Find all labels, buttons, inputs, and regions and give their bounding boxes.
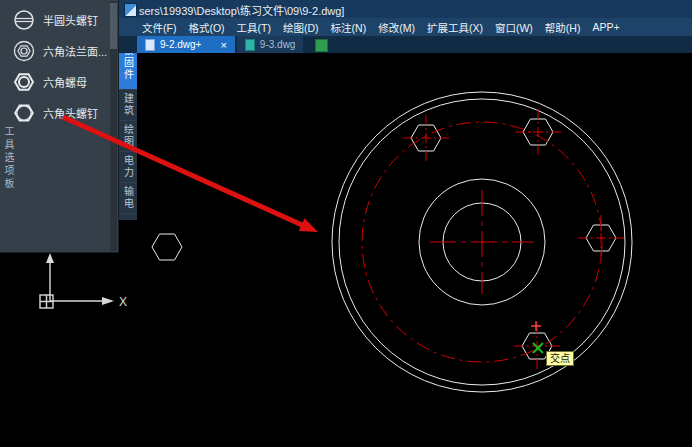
menu-window[interactable]: 窗口(W) [489, 20, 539, 35]
osnap-intersection-icon [533, 343, 543, 353]
palette-item-hex-flange[interactable]: 六角法兰面... [12, 35, 107, 66]
x-axis-label: X [119, 295, 127, 309]
menu-modify[interactable]: 修改(M) [372, 20, 421, 35]
close-tab-icon[interactable]: × [220, 40, 226, 50]
palette-item-label: 半圆头螺钉 [43, 12, 98, 28]
ucs-icon [40, 253, 114, 308]
menu-format[interactable]: 格式(O) [182, 20, 230, 35]
palette-item-round-head-screw[interactable]: 半圆头螺钉 [12, 4, 107, 35]
side-tab-electric[interactable]: 电力 [119, 152, 137, 183]
palette-item-label: 六角法兰面... [43, 43, 107, 59]
side-tab-draw[interactable]: 绘图 [119, 121, 137, 152]
tab-9-3-dwg[interactable]: 9-3.dwg [237, 36, 304, 53]
dwg-doc-icon [145, 39, 155, 51]
palette-scrollbar[interactable] [110, 1, 117, 251]
menu-file[interactable]: 文件(F) [136, 20, 182, 35]
dwg-doc-icon [245, 39, 255, 51]
tab-label: 9-2.dwg+ [160, 39, 201, 50]
tab-9-2-dwg[interactable]: 9-2.dwg+ × [137, 36, 235, 53]
hex-nut-icon [12, 70, 36, 94]
slotted-round-screw-icon [12, 8, 36, 32]
loose-hex-nut [152, 234, 182, 260]
menu-tools[interactable]: 工具(T) [231, 20, 277, 35]
cad-application-window: X 交点 sers\19939\Desktop\练习文件\09\9-2.dwg]… [0, 0, 692, 447]
new-drawing-icon[interactable] [315, 39, 328, 52]
tool-palette: 半圆头螺钉 六角法兰面... 六角螺母 [0, 0, 119, 253]
hex-bolt-icon [12, 101, 36, 125]
palette-group-tabs: 紧固件 建筑 绘图 电力 输电 [119, 36, 137, 220]
palette-title-vertical: 工具选项板 [1, 126, 16, 191]
menu-app-plus[interactable]: APP+ [586, 21, 625, 33]
palette-item-label: 六角头螺钉 [43, 105, 98, 121]
side-tab-architecture[interactable]: 建筑 [119, 90, 137, 121]
window-title: sers\19939\Desktop\练习文件\09\9-2.dwg] [139, 2, 344, 18]
side-tab-power[interactable]: 输电 [119, 183, 137, 214]
palette-item-hex-bolt[interactable]: 六角头螺钉 [12, 97, 107, 128]
osnap-tooltip: 交点 [546, 351, 574, 366]
scrollbar-thumb[interactable] [110, 3, 117, 49]
hex-bolt-heads [152, 119, 616, 359]
centerlines [362, 109, 624, 369]
menu-help[interactable]: 帮助(H) [539, 20, 587, 35]
palette-item-label: 六角螺母 [43, 74, 87, 90]
hex-flange-icon [12, 39, 36, 63]
menu-express-tools[interactable]: 扩展工具(X) [421, 20, 489, 35]
menu-dimension[interactable]: 标注(N) [325, 20, 373, 35]
pick-point-marker [531, 321, 541, 331]
dwg-file-icon [124, 3, 137, 17]
palette-item-hex-nut[interactable]: 六角螺母 [12, 66, 107, 97]
menu-draw[interactable]: 绘图(D) [277, 20, 325, 35]
tab-label: 9-3.dwg [260, 39, 296, 50]
